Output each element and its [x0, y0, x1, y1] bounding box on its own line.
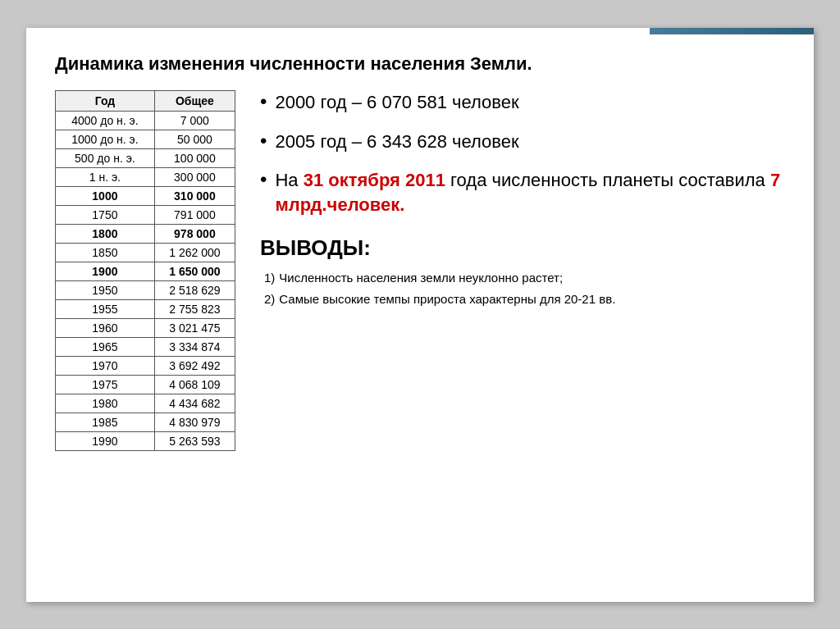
- table-cell-value: 50 000: [154, 130, 235, 149]
- population-table: Год Общее 4000 до н. э.7 0001000 до н. э…: [55, 90, 235, 451]
- table-cell-year: 1750: [56, 206, 155, 225]
- conclusion-2: 2) Самые высокие темпы прироста характер…: [264, 290, 785, 309]
- table-cell-year: 500 до н. э.: [56, 149, 155, 168]
- bullet-text-1: 2000 год – 6 070 581 человек: [275, 90, 518, 115]
- table-cell-year: 1990: [56, 432, 155, 451]
- table-cell-value: 4 068 109: [154, 376, 235, 394]
- bullet-item-3: На 31 октября 2011 года численность план…: [260, 168, 785, 217]
- table-cell-year: 1980: [56, 394, 155, 413]
- conclusion-1-text: Численность населения земли неуклонно ра…: [279, 269, 563, 288]
- table-cell-value: 1 262 000: [154, 244, 235, 262]
- bullet-item-1: 2000 год – 6 070 581 человек: [260, 90, 785, 115]
- table-cell-value: 300 000: [154, 168, 235, 187]
- slide: Динамика изменения численности населения…: [26, 28, 814, 602]
- table-cell-year: 1950: [56, 281, 155, 300]
- table-cell-year: 1970: [56, 357, 155, 376]
- table-cell-year: 1985: [56, 413, 155, 432]
- table-cell-year: 1800: [56, 225, 155, 244]
- table-row: 1000310 000: [56, 187, 235, 206]
- table-cell-year: 1955: [56, 300, 155, 319]
- conclusion-2-text: Самые высокие темпы прироста характерны …: [279, 290, 615, 309]
- table-row: 19804 434 682: [56, 394, 235, 413]
- table-cell-value: 2 755 823: [154, 300, 235, 319]
- conclusions-title: ВЫВОДЫ:: [260, 235, 785, 261]
- table-cell-value: 2 518 629: [154, 281, 235, 300]
- right-panel: 2000 год – 6 070 581 человек 2005 год – …: [260, 90, 785, 312]
- table-cell-value: 3 692 492: [154, 357, 235, 376]
- table-row: 19703 692 492: [56, 357, 235, 376]
- content-area: Год Общее 4000 до н. э.7 0001000 до н. э…: [55, 90, 785, 451]
- table-cell-value: 4 830 979: [154, 413, 235, 432]
- table-row: 19905 263 593: [56, 432, 235, 451]
- table-cell-value: 7 000: [154, 112, 235, 130]
- table-cell-value: 3 334 874: [154, 338, 235, 357]
- table-row: 1750791 000: [56, 206, 235, 225]
- table-row: 1000 до н. э.50 000: [56, 130, 235, 149]
- table-row: 19854 830 979: [56, 413, 235, 432]
- table-cell-year: 1000: [56, 187, 155, 206]
- table-cell-year: 1965: [56, 338, 155, 357]
- bullet-text-3: На 31 октября 2011 года численность план…: [275, 168, 785, 217]
- conclusion-1: 1) Численность населения земли неуклонно…: [264, 269, 785, 288]
- table-cell-year: 1900: [56, 262, 155, 281]
- highlight-date: 31 октября 2011: [304, 170, 445, 190]
- slide-title: Динамика изменения численности населения…: [55, 52, 785, 76]
- table-cell-year: 1 н. э.: [56, 168, 155, 187]
- bullet-item-2: 2005 год – 6 343 628 человек: [260, 130, 785, 154]
- table-cell-value: 1 650 000: [154, 262, 235, 281]
- table-row: 500 до н. э.100 000: [56, 149, 235, 168]
- bullet-list: 2000 год – 6 070 581 человек 2005 год – …: [260, 90, 785, 217]
- table-row: 19502 518 629: [56, 281, 235, 300]
- table-cell-year: 4000 до н. э.: [56, 112, 155, 130]
- table-cell-year: 1960: [56, 319, 155, 338]
- conclusions-list: 1) Численность населения земли неуклонно…: [260, 269, 785, 309]
- table-cell-year: 1000 до н. э.: [56, 130, 155, 149]
- table-row: 19653 334 874: [56, 338, 235, 357]
- table-row: 19603 021 475: [56, 319, 235, 338]
- top-bar-decoration: [650, 28, 814, 34]
- table-row: 19552 755 823: [56, 300, 235, 319]
- table-cell-value: 978 000: [154, 225, 235, 244]
- table-row: 19001 650 000: [56, 262, 235, 281]
- table-cell-value: 100 000: [154, 149, 235, 168]
- table-cell-year: 1850: [56, 244, 155, 262]
- table-cell-value: 3 021 475: [154, 319, 235, 338]
- table-cell-year: 1975: [56, 376, 155, 394]
- table-cell-value: 5 263 593: [154, 432, 235, 451]
- table-cell-value: 4 434 682: [154, 394, 235, 413]
- table-row: 18501 262 000: [56, 244, 235, 262]
- conclusion-1-number: 1): [264, 269, 275, 288]
- table-row: 1800978 000: [56, 225, 235, 244]
- table-container: Год Общее 4000 до н. э.7 0001000 до н. э…: [55, 90, 235, 451]
- table-cell-value: 310 000: [154, 187, 235, 206]
- col-total-header: Общее: [154, 91, 235, 112]
- conclusion-2-number: 2): [264, 290, 275, 309]
- table-row: 19754 068 109: [56, 376, 235, 394]
- table-row: 4000 до н. э.7 000: [56, 112, 235, 130]
- table-cell-value: 791 000: [154, 206, 235, 225]
- col-year-header: Год: [56, 91, 155, 112]
- table-row: 1 н. э.300 000: [56, 168, 235, 187]
- bullet-text-2: 2005 год – 6 343 628 человек: [275, 130, 518, 154]
